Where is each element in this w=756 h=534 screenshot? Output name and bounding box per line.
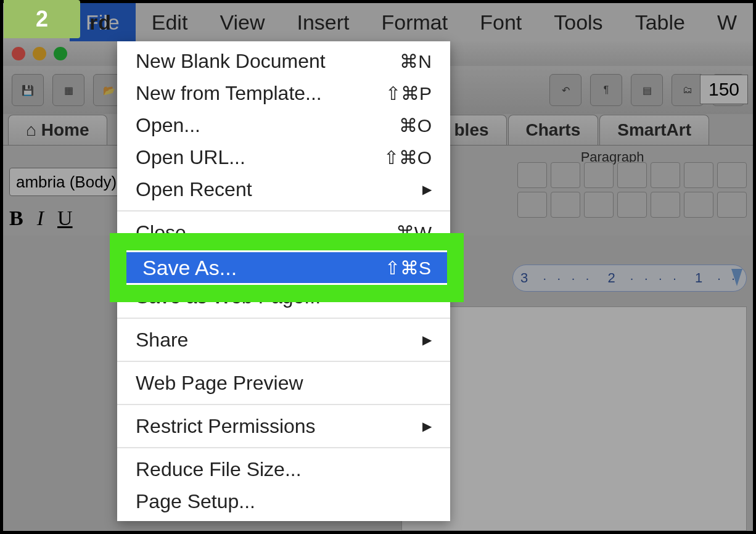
file-open-recent[interactable]: Open Recent bbox=[117, 173, 450, 205]
file-open[interactable]: Open...⌘O bbox=[117, 109, 450, 141]
sort-icon[interactable] bbox=[684, 162, 713, 188]
undo-icon[interactable]: ↶ bbox=[549, 74, 581, 106]
sidebar-icon[interactable]: ▤ bbox=[631, 74, 663, 106]
window-close-button[interactable] bbox=[12, 47, 25, 60]
menu-table[interactable]: Table bbox=[619, 3, 701, 41]
align-center-icon[interactable] bbox=[551, 192, 580, 218]
menu-edit[interactable]: Edit bbox=[136, 3, 204, 41]
step-badge: 2 bbox=[4, 0, 80, 38]
menu-separator bbox=[117, 318, 450, 319]
file-reduce-size[interactable]: Reduce File Size... bbox=[117, 453, 450, 485]
menu-separator bbox=[117, 210, 450, 212]
menu-insert[interactable]: Insert bbox=[281, 3, 365, 41]
save-icon[interactable]: 💾 bbox=[12, 74, 44, 106]
numbering-icon[interactable] bbox=[551, 162, 580, 188]
menu-tools[interactable]: Tools bbox=[538, 3, 618, 41]
font-name-combo[interactable]: ambria (Body) bbox=[9, 168, 133, 196]
layout-icon[interactable]: ▦ bbox=[52, 74, 84, 106]
bold-button[interactable]: B bbox=[9, 207, 23, 230]
tab-charts[interactable]: Charts bbox=[508, 115, 599, 145]
window-minimize-button[interactable] bbox=[33, 47, 46, 60]
paragraph-icons bbox=[517, 162, 747, 218]
align-left-icon[interactable] bbox=[517, 192, 547, 218]
shading-icon[interactable] bbox=[684, 192, 713, 218]
save-as-label: Save As... bbox=[142, 256, 237, 280]
file-web-preview[interactable]: Web Page Preview bbox=[117, 367, 450, 399]
indent-icon[interactable] bbox=[651, 162, 680, 188]
menu-font[interactable]: Font bbox=[464, 3, 538, 41]
file-page-setup[interactable]: Page Setup... bbox=[117, 485, 450, 517]
tab-home[interactable]: Home bbox=[8, 115, 107, 145]
file-new-blank[interactable]: New Blank Document⌘N bbox=[117, 45, 450, 77]
save-as-shortcut: ⇧⌘S bbox=[385, 257, 431, 279]
borders-icon[interactable] bbox=[717, 162, 747, 188]
gallery-icon[interactable]: 🗂 bbox=[672, 74, 704, 106]
file-open-url[interactable]: Open URL...⇧⌘O bbox=[117, 141, 450, 173]
file-restrict-permissions[interactable]: Restrict Permissions bbox=[117, 410, 450, 442]
ruler[interactable]: 3· · · · 2· · · · 1· · bbox=[512, 265, 747, 292]
highlight-save-as: Save As... ⇧⌘S bbox=[110, 233, 464, 302]
align-right-icon[interactable] bbox=[584, 192, 614, 218]
menu-separator bbox=[117, 404, 450, 405]
justify-icon[interactable] bbox=[617, 192, 647, 218]
menu-bar: rd File Edit View Insert Format Font Too… bbox=[3, 3, 753, 41]
outdent-icon[interactable] bbox=[617, 162, 647, 188]
paragraph-marks-icon[interactable] bbox=[717, 192, 747, 218]
multilevel-icon[interactable] bbox=[584, 162, 614, 188]
menu-view[interactable]: View bbox=[203, 3, 281, 41]
underline-button[interactable]: U bbox=[57, 207, 73, 230]
file-new-template[interactable]: New from Template...⇧⌘P bbox=[117, 77, 450, 109]
menu-separator bbox=[117, 447, 450, 448]
window-zoom-button[interactable] bbox=[54, 47, 67, 60]
document-page[interactable] bbox=[401, 306, 747, 531]
pilcrow-icon[interactable]: ¶ bbox=[590, 74, 622, 106]
menu-separator bbox=[117, 361, 450, 362]
menu-window-fragment[interactable]: W bbox=[701, 3, 753, 41]
italic-button[interactable]: I bbox=[37, 207, 44, 230]
file-save-as-highlighted[interactable]: Save As... ⇧⌘S bbox=[126, 250, 447, 285]
line-spacing-icon[interactable] bbox=[651, 192, 680, 218]
bullets-icon[interactable] bbox=[517, 162, 547, 188]
tab-smartart[interactable]: SmartArt bbox=[599, 115, 709, 145]
menu-format[interactable]: Format bbox=[366, 3, 464, 41]
zoom-value[interactable]: 150 bbox=[700, 75, 748, 104]
file-share[interactable]: Share bbox=[117, 324, 450, 356]
